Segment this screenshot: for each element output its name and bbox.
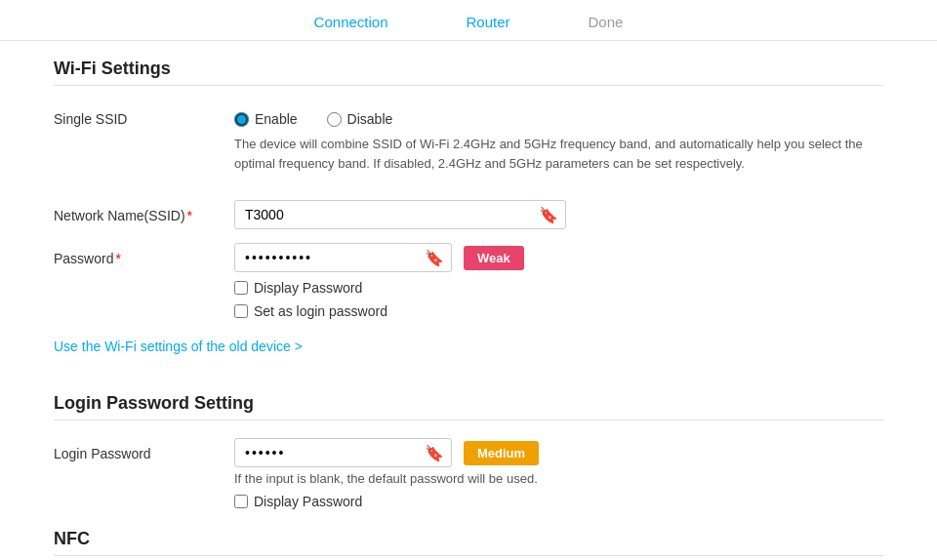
nfc-section-title: NFC — [54, 529, 883, 556]
display-password-checkbox[interactable] — [234, 281, 248, 295]
tab-done[interactable]: Done — [589, 10, 624, 34]
login-password-label: Login Password — [54, 438, 234, 461]
ssid-enable-option[interactable]: Enable — [234, 111, 298, 127]
password-input-wrapper: 🔖 — [234, 243, 452, 272]
ssid-disable-label: Disable — [347, 111, 393, 127]
login-password-eye-icon[interactable]: 🔖 — [425, 444, 444, 462]
ssid-icon[interactable]: 🔖 — [539, 206, 558, 224]
old-device-link[interactable]: Use the Wi-Fi settings of the old device… — [54, 339, 303, 354]
login-password-input[interactable] — [234, 438, 452, 467]
login-password-strength-badge: Medium — [464, 441, 539, 465]
ssid-enable-radio[interactable] — [234, 112, 249, 127]
tab-router[interactable]: Router — [467, 10, 510, 34]
display-password-row: Display Password — [234, 280, 883, 296]
password-strength-badge: Weak — [464, 246, 524, 270]
tab-connection[interactable]: Connection — [314, 10, 388, 34]
ssid-disable-option[interactable]: Disable — [327, 111, 393, 127]
password-input[interactable] — [234, 243, 452, 272]
ssid-input-wrapper: 🔖 — [234, 200, 566, 229]
password-row: Password* 🔖 Weak Display Password — [54, 243, 883, 319]
single-ssid-row: Single SSID Enable Disable The device wi… — [54, 103, 883, 186]
ssid-field-label: Network Name(SSID)* — [54, 200, 234, 223]
ssid-description: The device will combine SSID of Wi-Fi 2.… — [234, 135, 883, 173]
single-ssid-label: Single SSID — [54, 103, 234, 127]
login-password-hint: If the input is blank, the default passw… — [234, 471, 883, 486]
wizard-tabs: Connection Router Done — [0, 0, 937, 41]
ssid-field: 🔖 — [234, 200, 883, 229]
login-password-row: Login Password 🔖 Medium If the input is … — [54, 438, 883, 509]
set-login-password-label[interactable]: Set as login password — [254, 303, 387, 319]
set-login-password-row: Set as login password — [234, 303, 883, 319]
ssid-enable-label: Enable — [255, 111, 298, 127]
login-password-section-title: Login Password Setting — [54, 393, 883, 420]
login-display-password-row: Display Password — [234, 494, 883, 509]
ssid-disable-radio[interactable] — [327, 112, 342, 127]
ssid-row: Network Name(SSID)* 🔖 — [54, 200, 883, 229]
login-display-password-label[interactable]: Display Password — [254, 494, 362, 509]
set-login-password-checkbox[interactable] — [234, 304, 248, 318]
password-field-label: Password* — [54, 243, 234, 266]
login-display-password-checkbox[interactable] — [234, 495, 248, 508]
password-field: 🔖 Weak Display Password Set as login pas… — [234, 243, 883, 319]
single-ssid-field: Enable Disable The device will combine S… — [234, 103, 883, 186]
wifi-section-title: Wi-Fi Settings — [54, 59, 883, 86]
ssid-input[interactable] — [234, 200, 566, 229]
login-password-input-wrapper: 🔖 — [234, 438, 452, 467]
display-password-label[interactable]: Display Password — [254, 280, 362, 296]
password-eye-icon[interactable]: 🔖 — [425, 249, 444, 267]
login-password-field: 🔖 Medium If the input is blank, the defa… — [234, 438, 883, 509]
